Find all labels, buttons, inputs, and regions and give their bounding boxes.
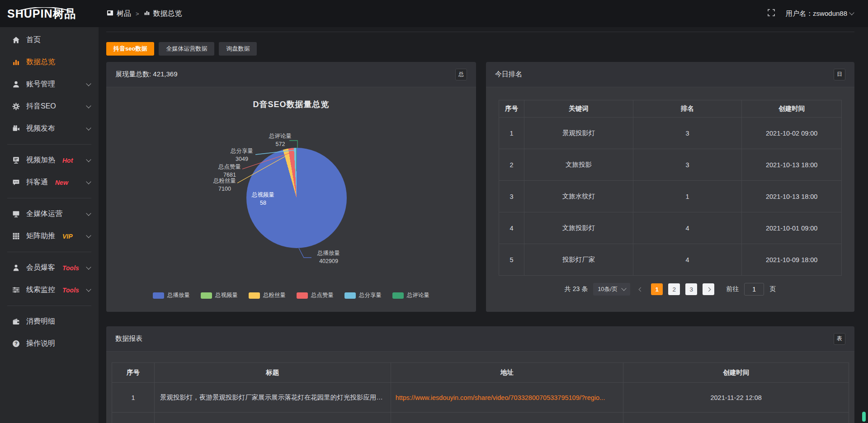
legend-swatch xyxy=(344,292,356,299)
report-card-body: 序号 标题 地址 创建时间 1 景观投影灯，夜游景观投影灯厂家展示展示落花灯在花… xyxy=(106,352,854,423)
legend-swatch xyxy=(297,292,308,299)
screen-lines-icon xyxy=(12,156,20,164)
sidebar-divider xyxy=(7,144,91,145)
chevron-down-icon xyxy=(86,179,91,184)
table-row: 2 文旅投影 3 2021-10-13 18:00 xyxy=(499,149,842,181)
col-rank: 排名 xyxy=(633,100,742,118)
sidebar-item-doukertong[interactable]: 抖客通 New xyxy=(0,171,99,193)
legend-item-likes[interactable]: 总点赞量 xyxy=(297,291,334,299)
breadcrumb: 树品 > 数据总览 xyxy=(107,9,182,19)
logo-arc xyxy=(8,7,80,12)
hot-badge: Hot xyxy=(62,157,73,164)
sidebar-divider xyxy=(7,306,91,306)
table-view-button[interactable]: 表 xyxy=(834,333,845,345)
chat-bubble-icon xyxy=(12,179,20,186)
legend-item-shares[interactable]: 总分享量 xyxy=(344,291,382,299)
content-divider xyxy=(106,32,854,32)
page-button-3[interactable]: 3 xyxy=(685,283,697,295)
wallet-icon xyxy=(12,318,20,325)
page-size-select[interactable]: 10条/页 xyxy=(593,283,630,296)
report-card-header: 数据报表 表 xyxy=(106,326,854,352)
col-index: 序号 xyxy=(112,363,155,383)
sidebar-divider xyxy=(7,198,91,198)
top-header: SHUPIN树品 树品 > 数据总览 用户名：zswodun88 xyxy=(0,0,868,27)
sidebar-item-member-burst[interactable]: 会员爆客 Tools xyxy=(0,257,99,279)
callout-shares: 总分享量 3049 xyxy=(231,147,253,163)
user-menu[interactable]: 用户名：zswodun88 xyxy=(786,9,854,18)
chevron-down-icon xyxy=(86,103,91,108)
table-header-row: 序号 关键词 排名 创建时间 xyxy=(499,100,842,118)
chevron-down-icon xyxy=(622,286,627,291)
impressions-total: 展现量总数: 421,369 xyxy=(115,70,178,79)
daily-view-button[interactable]: 日 xyxy=(834,69,845,80)
user-icon xyxy=(12,80,20,88)
ranking-title: 今日排名 xyxy=(495,70,522,79)
ranking-table: 序号 关键词 排名 创建时间 1 景观投影灯 3 2021-10-02 09:0… xyxy=(499,100,842,276)
bar-chart-icon xyxy=(144,9,150,18)
gear-icon xyxy=(12,103,20,110)
col-url: 地址 xyxy=(391,363,623,383)
tab-douyin-seo-data[interactable]: 抖音seo数据 xyxy=(106,42,154,56)
svg-text:?: ? xyxy=(14,341,17,346)
total-view-button[interactable]: 总 xyxy=(455,69,467,80)
fullscreen-icon[interactable] xyxy=(768,9,775,18)
sidebar-item-douyin-seo[interactable]: 抖音SEO xyxy=(0,95,99,118)
ranking-card: 今日排名 日 序号 关键词 排名 创建时间 1 景观投影灯 3 xyxy=(486,62,854,312)
sidebar-item-home[interactable]: 首页 xyxy=(0,29,99,51)
monitor-icon xyxy=(12,210,20,218)
legend-item-fans[interactable]: 总粉丝量 xyxy=(249,291,286,299)
legend-item-comments[interactable]: 总评论量 xyxy=(392,291,429,299)
bar-chart-icon xyxy=(12,58,20,66)
breadcrumb-separator: > xyxy=(136,10,139,17)
page-button-1[interactable]: 1 xyxy=(651,283,663,295)
app-window-icon xyxy=(107,9,113,18)
sliders-icon xyxy=(12,286,20,294)
sidebar-item-video-heat[interactable]: 视频加热 Hot xyxy=(0,149,99,171)
sidebar-item-data-overview[interactable]: 数据总览 xyxy=(0,51,99,73)
goto-suffix: 页 xyxy=(769,285,776,293)
callout-plays: 总播放量 402909 xyxy=(317,249,340,265)
breadcrumb-root[interactable]: 树品 xyxy=(107,9,131,19)
callout-likes: 总点赞量 7681 xyxy=(218,163,241,179)
table-row: 5 投影灯厂家 4 2021-10-09 18:00 xyxy=(499,244,842,276)
next-page-button[interactable] xyxy=(703,283,714,295)
breadcrumb-current[interactable]: 数据总览 xyxy=(144,9,182,19)
col-title: 标题 xyxy=(154,363,391,383)
legend-item-plays[interactable]: 总播放量 xyxy=(153,291,190,299)
chart-title: D音SEO数据量总览 xyxy=(106,99,476,110)
video-url-cell: https://www.iesdouyin.com/share/video/70… xyxy=(391,383,623,413)
page-button-2[interactable]: 2 xyxy=(668,283,680,295)
sidebar-item-help[interactable]: ? 操作说明 xyxy=(0,333,99,355)
table-row-partial xyxy=(112,413,849,423)
sidebar-item-consumption[interactable]: 消费明细 xyxy=(0,310,99,333)
report-table: 序号 标题 地址 创建时间 1 景观投影灯，夜游景观投影灯厂家展示展示落花灯在花… xyxy=(112,362,849,423)
video-title-cell: 景观投影灯，夜游景观投影灯厂家展示展示落花灯在花园里的灯光投影应用效果 # xyxy=(154,383,391,413)
tab-inquiry-data[interactable]: 询盘数据 xyxy=(219,42,257,56)
col-created: 创建时间 xyxy=(742,100,842,118)
sidebar-item-media-operation[interactable]: 全媒体运营 xyxy=(0,203,99,225)
sidebar-item-account[interactable]: 账号管理 xyxy=(0,73,99,95)
sidebar-divider xyxy=(7,252,91,252)
ranking-card-header: 今日排名 日 xyxy=(486,62,854,87)
legend-item-videos[interactable]: 总视频量 xyxy=(201,291,238,299)
col-keyword: 关键词 xyxy=(524,100,633,118)
app-logo[interactable]: SHUPIN树品 xyxy=(0,6,99,21)
scrollbar-thumb[interactable] xyxy=(862,412,866,422)
legend-swatch xyxy=(249,292,260,299)
goto-label: 前往 xyxy=(726,285,739,293)
video-url-link[interactable]: https://www.iesdouyin.com/share/video/70… xyxy=(396,394,605,401)
sidebar-item-lead-monitor[interactable]: 线索监控 Tools xyxy=(0,279,99,301)
video-camera-icon xyxy=(12,125,20,132)
chevron-down-icon xyxy=(86,287,91,291)
tab-media-operation-data[interactable]: 全媒体运营数据 xyxy=(159,42,214,56)
sidebar-item-matrix-boost[interactable]: 矩阵助推 VIP xyxy=(0,225,99,247)
callout-fans: 总粉丝量 7100 xyxy=(213,177,236,193)
header-right: 用户名：zswodun88 xyxy=(768,9,854,18)
table-row: 1 景观投影灯 3 2021-10-02 09:00 xyxy=(499,118,842,149)
sidebar-item-video-publish[interactable]: 视频发布 xyxy=(0,118,99,140)
chevron-down-icon xyxy=(86,233,91,238)
table-row: 4 文旅投影灯 4 2021-10-01 09:00 xyxy=(499,212,842,244)
chart-legend: 总播放量 总视频量 总粉丝量 总点赞量 xyxy=(106,291,476,299)
goto-page-input[interactable] xyxy=(744,283,764,296)
prev-page-button[interactable] xyxy=(636,283,646,295)
